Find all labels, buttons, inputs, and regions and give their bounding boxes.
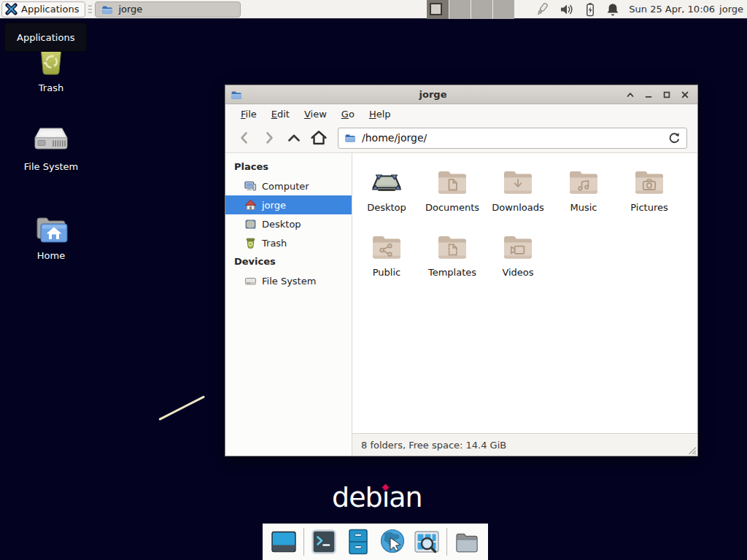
sidebar-item-jorge[interactable]: jorge <box>225 195 352 214</box>
file-label: Templates <box>428 267 476 278</box>
debian-red-diamond <box>382 484 389 491</box>
desktop-mini-icon <box>244 218 257 230</box>
folder-icon <box>101 4 113 15</box>
window-folder-icon <box>231 89 242 101</box>
file-music[interactable]: Music <box>551 167 616 213</box>
applications-tooltip-text: Applications <box>17 32 74 43</box>
menu-bar: FileEditViewGoHelp <box>225 104 697 123</box>
volume-icon[interactable] <box>559 2 575 17</box>
minimize-button[interactable] <box>642 88 655 101</box>
file-documents[interactable]: Documents <box>419 167 485 213</box>
file-pictures[interactable]: Pictures <box>616 167 682 213</box>
menu-file[interactable]: File <box>234 106 263 122</box>
desktop-icon-file-system[interactable]: File System <box>13 122 89 172</box>
file-manager-window: jorge FileEditViewGoHelp /home/jorge/ Pl… <box>225 85 698 456</box>
bell-icon[interactable] <box>605 2 620 17</box>
applications-tooltip: Applications <box>4 23 87 52</box>
status-text: 8 folders, Free space: 14.4 GiB <box>361 440 506 451</box>
folder-videos-icon <box>500 232 535 262</box>
file-downloads[interactable]: Downloads <box>485 167 551 213</box>
top-panel: Applications jorge Sun 25 Apr, 10:06 jor… <box>0 0 747 19</box>
back-button[interactable] <box>234 128 255 148</box>
desktop-icon-label: Home <box>37 250 65 261</box>
up-button[interactable] <box>284 128 304 148</box>
sidebar-item-label: File System <box>262 276 316 287</box>
sidebar-item-desktop[interactable]: Desktop <box>225 214 352 233</box>
workspace-4[interactable] <box>492 0 514 19</box>
file-label: Pictures <box>630 202 667 213</box>
status-bar: 8 folders, Free space: 14.4 GiB <box>352 433 697 456</box>
menu-go[interactable]: Go <box>335 106 361 122</box>
home-button[interactable] <box>309 128 329 148</box>
panel-drag-handle[interactable] <box>88 4 93 15</box>
menu-view[interactable]: View <box>298 106 333 122</box>
workspace-switcher <box>427 0 514 19</box>
file-desktop[interactable]: Desktop <box>354 167 419 213</box>
desktop-icon-label: File System <box>24 161 78 172</box>
drive-mini-icon <box>244 275 257 287</box>
close-button[interactable] <box>678 88 692 101</box>
file-videos[interactable]: Videos <box>485 232 551 278</box>
menu-edit[interactable]: Edit <box>265 106 296 122</box>
reload-icon[interactable] <box>667 131 681 144</box>
dock-folder-icon[interactable] <box>452 527 481 556</box>
maximize-button[interactable] <box>660 88 673 101</box>
file-list-view[interactable]: DesktopDocumentsDownloadsMusicPicturesPu… <box>352 153 697 433</box>
folder-documents-icon <box>435 167 470 198</box>
desktop-icon-home[interactable]: Home <box>13 211 89 261</box>
dock-window-icon[interactable] <box>269 527 298 556</box>
debian-wordmark: debıan <box>332 481 422 515</box>
workspace-window-preview <box>430 3 442 15</box>
resize-grip[interactable] <box>687 446 697 455</box>
places-sidebar: PlacesComputerjorgeDesktopTrashDevicesFi… <box>225 153 352 456</box>
taskbar-window-button[interactable]: jorge <box>95 1 241 18</box>
sidebar-item-label: jorge <box>262 200 286 211</box>
dock-separator <box>446 528 447 556</box>
file-label: Desktop <box>367 202 406 213</box>
forward-button[interactable] <box>259 128 279 148</box>
folder-templates-icon <box>435 232 470 262</box>
location-input[interactable]: /home/jorge/ <box>362 132 662 144</box>
computer-icon <box>244 180 257 192</box>
file-public[interactable]: Public <box>354 232 419 278</box>
window-titlebar[interactable]: jorge <box>225 85 697 104</box>
dock-finder-icon[interactable] <box>412 527 441 556</box>
bottom-dock <box>263 524 488 560</box>
applications-menu-label: Applications <box>21 4 79 15</box>
file-templates[interactable]: Templates <box>419 232 485 278</box>
desktop-special-icon <box>369 167 404 198</box>
shade-button[interactable] <box>624 88 637 101</box>
file-label: Music <box>570 202 597 213</box>
window-title: jorge <box>247 89 619 100</box>
location-bar[interactable]: /home/jorge/ <box>338 128 687 149</box>
panel-user-label[interactable]: jorge <box>719 4 743 15</box>
sidebar-header-devices: Devices <box>225 252 352 271</box>
workspace-1[interactable] <box>427 0 449 19</box>
window-controls <box>624 88 692 101</box>
sidebar-header-places: Places <box>225 158 352 176</box>
file-label: Documents <box>425 202 479 213</box>
workspace-2[interactable] <box>449 0 471 19</box>
sidebar-item-label: Computer <box>262 181 309 192</box>
menu-help[interactable]: Help <box>363 106 398 122</box>
system-tray <box>533 2 620 17</box>
dock-globe-icon[interactable] <box>378 527 407 556</box>
clipman-icon[interactable] <box>533 2 551 17</box>
folder-downloads-icon <box>500 167 535 198</box>
desktop-stray-line <box>158 395 205 420</box>
sidebar-item-file-system[interactable]: File System <box>225 271 352 290</box>
battery-icon[interactable] <box>583 2 597 17</box>
sidebar-item-computer[interactable]: Computer <box>225 176 352 195</box>
desktop-icon-label: Trash <box>39 82 63 93</box>
folder-public-icon <box>369 232 404 262</box>
workspace-3[interactable] <box>471 0 492 19</box>
dock-cabinet-icon[interactable] <box>344 527 373 556</box>
folder-music-icon <box>566 167 601 198</box>
panel-clock[interactable]: Sun 25 Apr, 10:06 <box>629 4 715 15</box>
sidebar-item-trash[interactable]: Trash <box>225 233 352 252</box>
trash-mini-icon <box>244 237 257 249</box>
file-label: Videos <box>502 267 533 278</box>
applications-menu-button[interactable]: Applications <box>1 1 85 18</box>
drive-icon <box>31 122 71 156</box>
dock-terminal-icon[interactable] <box>309 527 338 556</box>
